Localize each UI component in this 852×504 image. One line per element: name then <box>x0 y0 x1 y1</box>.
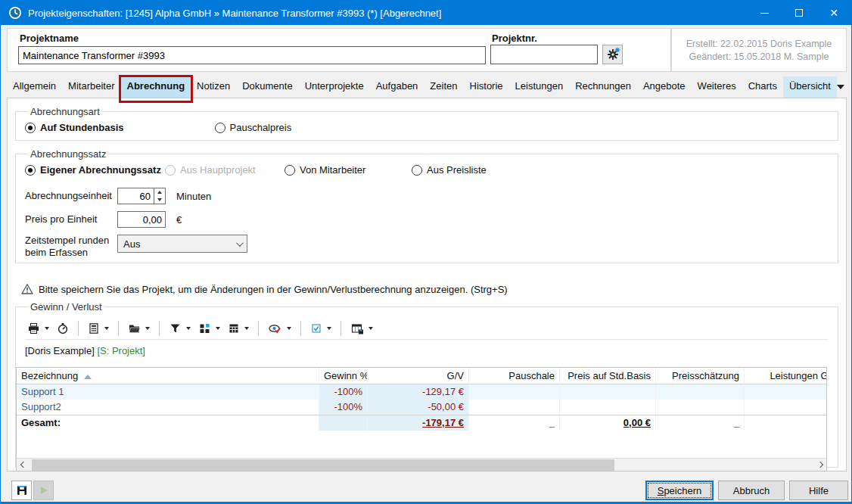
col-preisschaetzung[interactable]: Preisschätzung <box>656 368 745 384</box>
close-icon: ✕ <box>829 8 838 18</box>
col-preis-std-basis[interactable]: Preis auf Std.Basis <box>560 368 656 384</box>
horizontal-scrollbar[interactable] <box>17 458 826 471</box>
tab-rechnungen[interactable]: Rechnungen <box>569 76 637 98</box>
cell-pauschale <box>469 400 560 415</box>
projektname-input[interactable] <box>18 46 486 64</box>
tab-bar: Allgemein Mitarbeiter Abrechnung Notizen… <box>7 76 847 98</box>
tab-abrechnung[interactable]: Abrechnung <box>121 76 191 98</box>
projektnr-settings-button[interactable] <box>602 45 623 64</box>
filter-button[interactable] <box>166 321 193 336</box>
col-gewinn-pct[interactable]: Gewinn % <box>319 368 368 384</box>
abrechnungsart-legend: Abrechnungsart <box>28 106 102 117</box>
radio-von-mitarbeiter[interactable]: Von Mitarbeiter <box>285 164 412 176</box>
projektnr-label: Projektnr. <box>492 33 537 44</box>
run-button-disabled <box>33 481 54 500</box>
tab-aufgaben[interactable]: Aufgaben <box>370 76 424 98</box>
col-bezeichnung[interactable]: Bezeichnung <box>17 368 319 384</box>
print-button[interactable] <box>25 321 51 336</box>
gv-table: Bezeichnung Gewinn % G/V Pauschale Preis… <box>16 367 827 471</box>
cell-leistungen <box>745 400 827 415</box>
tab-unterprojekte[interactable]: Unterprojekte <box>299 76 370 98</box>
preis-pro-einheit-input[interactable] <box>117 211 166 228</box>
dropdown-caret-icon <box>216 327 220 330</box>
radio-button-icon <box>25 165 36 176</box>
scope-user: [Doris Example] <box>25 345 95 356</box>
euro-suffix: € <box>176 214 182 226</box>
chevron-down-icon <box>236 239 244 247</box>
radio-label: Pauschalpreis <box>230 122 292 133</box>
scrollbar-thumb[interactable] <box>32 459 614 471</box>
floppy-disk-icon <box>16 484 28 496</box>
tab-dokumente[interactable]: Dokumente <box>236 76 298 98</box>
cancel-button[interactable]: Abbruch <box>718 481 785 500</box>
col-pauschale[interactable]: Pauschale <box>469 368 560 384</box>
projektnr-input[interactable] <box>490 45 598 64</box>
table-total-row: Gesamt: -179,17 € _ 0,00 € _ <box>17 415 827 431</box>
gv-toolbar <box>25 317 829 340</box>
scroll-left-arrow-icon[interactable] <box>17 459 30 471</box>
window-title: Projekteigenschaften: [1245] Alpha GmbH … <box>28 8 441 19</box>
minimize-button[interactable] <box>747 1 782 25</box>
quantity-stepper[interactable] <box>154 188 166 204</box>
cell-gewinn-pct: -100% <box>319 384 368 400</box>
modified-info: Geändert: 15.05.2018 M. Sample <box>672 51 846 62</box>
cell-gesamt-label: Gesamt: <box>17 415 319 431</box>
sum-calculator-icon <box>228 322 240 334</box>
radio-aus-preisliste[interactable]: Aus Preisliste <box>412 164 487 176</box>
tab-mitarbeiter[interactable]: Mitarbeiter <box>62 76 120 98</box>
tab-leistungen[interactable]: Leistungen <box>509 76 570 98</box>
radio-button-icon <box>285 165 295 176</box>
project-properties-window: Projekteigenschaften: [1245] Alpha GmbH … <box>0 0 852 504</box>
tab-zeiten[interactable]: Zeiten <box>424 76 463 98</box>
created-info: Erstellt: 22.02.2015 Doris Example <box>672 39 846 49</box>
folder-open-icon <box>128 322 141 334</box>
tab-allgemein[interactable]: Allgemein <box>7 76 62 98</box>
zeitstempel-runden-select[interactable]: Aus <box>117 235 247 253</box>
scope-tag: [S: Projekt] <box>97 345 145 356</box>
tab-historie[interactable]: Historie <box>464 76 509 98</box>
col-gv[interactable]: G/V <box>368 368 469 384</box>
cell-gewinn-pct: -100% <box>319 400 368 415</box>
table-row[interactable]: Support2 -100% -50,00 € <box>17 400 827 415</box>
tab-weiteres[interactable]: Weiteres <box>692 76 742 98</box>
chevron-down-icon[interactable] <box>837 85 844 89</box>
checkbox-options-button[interactable] <box>308 321 334 336</box>
cell-gv: -129,17 € <box>368 384 469 400</box>
radio-label: Auf Stundenbasis <box>40 122 124 133</box>
toolbar-separator <box>340 321 341 336</box>
radio-eigener-abrechnungssatz[interactable]: Eigener Abrechnungssatz <box>25 164 165 176</box>
radio-button-icon <box>165 165 176 176</box>
visibility-button[interactable] <box>266 321 294 336</box>
abrechnungseinheit-input[interactable] <box>117 188 154 204</box>
save-button[interactable]: Speichern <box>645 481 714 500</box>
col-leistungen-gv[interactable]: Leistungen G/V <box>745 368 827 384</box>
radio-auf-stundenbasis[interactable]: Auf Stundenbasis <box>25 122 124 133</box>
cell-preisschaetzung <box>656 400 745 415</box>
tab-notizen[interactable]: Notizen <box>191 76 236 98</box>
layout-blocks-button[interactable] <box>196 321 222 336</box>
tab-charts[interactable]: Charts <box>742 76 783 98</box>
tab-uebersicht[interactable]: Übersicht <box>783 76 837 98</box>
sum-calculator-button[interactable] <box>225 321 251 336</box>
help-button-label: Hilfe <box>809 485 829 496</box>
radio-pauschalpreis[interactable]: Pauschalpreis <box>215 122 292 133</box>
timer-button[interactable] <box>54 321 71 336</box>
layout-blocks-icon <box>198 322 211 334</box>
save-warning: Bitte speichern Sie das Projekt, um die … <box>21 283 508 295</box>
folder-button[interactable] <box>126 321 152 336</box>
help-button[interactable]: Hilfe <box>789 481 848 500</box>
calculator-button[interactable] <box>86 321 111 336</box>
close-button[interactable]: ✕ <box>816 1 851 25</box>
projektname-label: Projektname <box>20 33 79 44</box>
table-export-button[interactable] <box>348 321 375 336</box>
maximize-button[interactable] <box>782 1 816 25</box>
cell-bezeichnung: Support2 <box>17 400 319 415</box>
toolbar-separator <box>258 321 259 336</box>
quick-save-button[interactable] <box>11 481 32 500</box>
tab-angebote[interactable]: Angebote <box>637 76 692 98</box>
radio-button-icon <box>412 165 422 176</box>
footer-bar: Speichern Abbruch Hilfe <box>1 471 851 504</box>
table-row[interactable]: Support 1 -100% -129,17 € <box>17 384 827 400</box>
dropdown-caret-icon <box>45 327 49 330</box>
scroll-right-arrow-icon[interactable] <box>813 459 826 471</box>
